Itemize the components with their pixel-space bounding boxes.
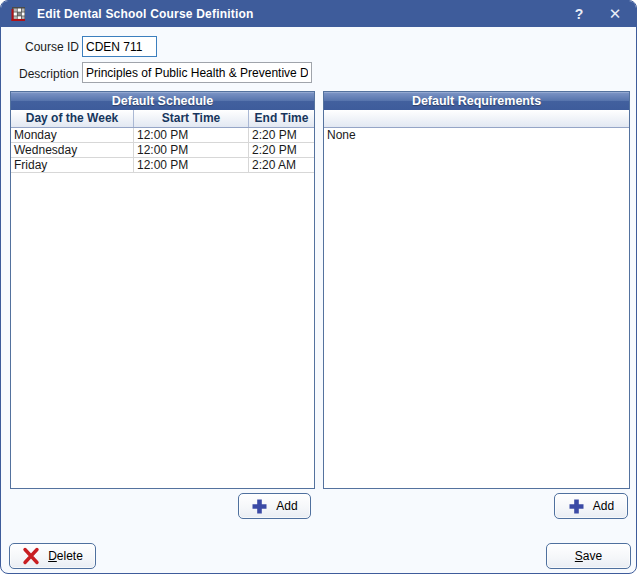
save-button[interactable]: Save [546,543,631,569]
requirements-list[interactable]: None [324,128,629,488]
default-requirements-panel: Default Requirements None [323,91,630,489]
titlebar[interactable]: Edit Dental School Course Definition ? ✕ [1,1,636,27]
red-x-icon [22,547,40,565]
plus-icon [568,498,585,515]
default-schedule-title: Default Schedule [11,92,314,110]
delete-button[interactable]: Delete [9,543,96,569]
schedule-cell-end: 2:20 PM [249,143,314,157]
course-id-label: Course ID [1,40,79,54]
schedule-cell-start: 12:00 PM [134,128,249,142]
column-day-of-week[interactable]: Day of the Week [11,110,134,127]
close-button[interactable]: ✕ [598,1,632,27]
default-requirements-title: Default Requirements [324,92,629,110]
help-button[interactable]: ? [562,1,596,27]
schedule-cell-start: 12:00 PM [134,158,249,172]
delete-button-label: Delete [48,549,83,563]
description-input[interactable] [82,62,312,83]
schedule-row[interactable]: Wednesday 12:00 PM 2:20 PM [11,143,314,158]
add-schedule-button[interactable]: Add [238,493,311,519]
schedule-cell-end: 2:20 PM [249,128,314,142]
schedule-column-header[interactable]: Day of the Week Start Time End Time [11,110,314,128]
column-end-time[interactable]: End Time [249,110,314,127]
schedule-cell-end: 2:20 AM [249,158,314,172]
window-title: Edit Dental School Course Definition [37,7,254,21]
schedule-cell-day: Wednesday [11,143,134,157]
edit-course-dialog: Edit Dental School Course Definition ? ✕… [0,0,637,574]
plus-icon [251,498,268,515]
schedule-row[interactable]: Monday 12:00 PM 2:20 PM [11,128,314,143]
add-requirement-button[interactable]: Add [554,493,628,519]
description-label: Description [1,67,79,81]
requirements-column-header [324,110,629,128]
requirements-item[interactable]: None [324,128,629,143]
default-schedule-panel: Default Schedule Day of the Week Start T… [10,91,315,489]
save-button-label: Save [575,549,602,563]
add-button-label: Add [276,499,297,513]
schedule-row[interactable]: Friday 12:00 PM 2:20 AM [11,158,314,173]
add-button-label: Add [593,499,614,513]
schedule-grid-icon [11,6,27,22]
course-id-input[interactable] [82,36,157,57]
schedule-cell-start: 12:00 PM [134,143,249,157]
schedule-cell-day: Monday [11,128,134,142]
schedule-list[interactable]: Monday 12:00 PM 2:20 PM Wednesday 12:00 … [11,128,314,488]
column-start-time[interactable]: Start Time [134,110,249,127]
schedule-cell-day: Friday [11,158,134,172]
